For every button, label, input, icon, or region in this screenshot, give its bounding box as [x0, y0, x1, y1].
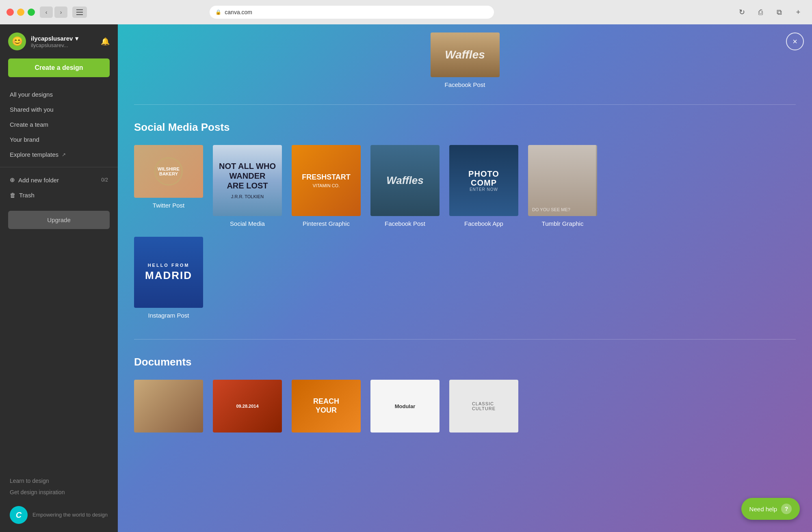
sidebar-item-shared[interactable]: Shared with you	[0, 102, 118, 117]
freshstart-text: FRESHSTARTVitamin Co.	[302, 173, 351, 188]
create-design-button[interactable]: Create a design	[8, 58, 110, 77]
doc-thumbnail-4: Modular	[370, 380, 440, 433]
sidebar-item-label: Explore templates	[10, 151, 58, 158]
browser-chrome: ‹ › 🔒 canva.com ↻ ⎙ ⧉ +	[0, 0, 812, 24]
instagram-post-label: Instagram Post	[148, 312, 189, 319]
facebook-post-thumbnail: Waffles	[370, 145, 440, 216]
back-button[interactable]: ‹	[40, 6, 53, 18]
duplicate-button[interactable]: ⧉	[772, 6, 787, 18]
sidebar-divider	[0, 167, 118, 167]
close-button[interactable]: ×	[786, 32, 804, 50]
nav-buttons: ‹ ›	[40, 6, 67, 18]
share-button[interactable]: ⎙	[754, 6, 768, 18]
tumblr-graphic-label: Tumblr Graphic	[542, 220, 584, 227]
main-content: × Waffles Facebook Post Social Media Pos…	[118, 24, 812, 532]
facebook-post-card[interactable]: Waffles Facebook Post	[370, 145, 440, 227]
documents-row: 09.28.2014 REACHYOUR Modular CLASSICCULT…	[134, 380, 796, 437]
forward-button[interactable]: ›	[54, 6, 67, 18]
doc-card-2[interactable]: 09.28.2014	[213, 380, 282, 437]
pinterest-graphic-card[interactable]: FRESHSTARTVitamin Co. Pinterest Graphic	[292, 145, 361, 227]
top-facebook-post-label: Facebook Post	[444, 81, 485, 88]
need-help-button[interactable]: Need help ?	[741, 498, 800, 520]
doc-card-4[interactable]: Modular	[370, 380, 440, 437]
sidebar-toggle-button[interactable]	[72, 6, 87, 18]
reload-button[interactable]: ↻	[735, 6, 749, 18]
tumblr-graphic-thumbnail: DO YOU SEE ME?	[528, 145, 597, 216]
social-media-section: Social Media Posts WilshireBakery Twitte…	[134, 121, 796, 319]
lock-icon: 🔒	[215, 9, 221, 15]
add-tab-button[interactable]: +	[791, 6, 806, 18]
sidebar-item-explore-templates[interactable]: Explore templates ↗	[0, 147, 118, 162]
tumblr-caption: DO YOU SEE ME?	[528, 145, 597, 216]
doc2-text: 09.28.2014	[233, 400, 262, 412]
trash-icon: 🗑	[10, 192, 16, 199]
mid-divider	[134, 339, 796, 340]
doc-card-1[interactable]	[134, 380, 203, 437]
top-facebook-post-thumbnail: Waffles	[431, 32, 500, 77]
facebook-app-thumbnail: PHOTOCOMP ENTER NOW	[449, 145, 518, 216]
svg-rect-2	[76, 14, 83, 15]
sidebar-item-label: Create a team	[10, 121, 48, 128]
svg-rect-0	[76, 9, 83, 10]
doc-card-3[interactable]: REACHYOUR	[292, 380, 361, 437]
pinterest-graphic-thumbnail: FRESHSTARTVitamin Co.	[292, 145, 361, 216]
documents-section: Documents 09.28.2014 REACHYOUR	[134, 356, 796, 437]
maximize-traffic-light[interactable]	[28, 9, 35, 16]
social-media-title: Social Media Posts	[134, 121, 796, 134]
twitter-post-card[interactable]: WilshireBakery Twitter Post	[134, 145, 203, 227]
facebook-app-card[interactable]: PHOTOCOMP ENTER NOW Facebook App	[449, 145, 518, 227]
get-design-inspiration-link[interactable]: Get design inspiration	[10, 487, 108, 498]
learn-to-design-link[interactable]: Learn to design	[10, 475, 108, 487]
notifications-bell-icon[interactable]: 🔔	[101, 37, 110, 46]
sidebar: 😊 ilycapslusarev ▾ ilycapslusarev... 🔔 C…	[0, 24, 118, 532]
avatar: 😊	[8, 32, 26, 50]
minimize-traffic-light[interactable]	[17, 9, 24, 16]
instagram-post-card[interactable]: HELLO FROM MADRID Instagram Post	[134, 237, 203, 319]
social-media-card[interactable]: NOT ALL WHOWANDERARE LOSTJ.R.R. TOLKIEN …	[213, 145, 282, 227]
twitter-post-label: Twitter Post	[153, 202, 184, 209]
sidebar-item-add-folder[interactable]: ⊕ Add new folder 0/2	[0, 172, 118, 188]
user-handle: ilycapslusarev...	[31, 42, 96, 48]
doc-thumbnail-3: REACHYOUR	[292, 380, 361, 433]
svg-rect-1	[76, 12, 83, 13]
upgrade-button[interactable]: Upgrade	[8, 211, 110, 229]
madrid-text: HELLO FROM MADRID	[145, 263, 192, 282]
top-facebook-post-section: Waffles Facebook Post	[134, 32, 796, 88]
close-traffic-light[interactable]	[6, 9, 14, 16]
social-media-label: Social Media	[230, 220, 265, 227]
user-area: 😊 ilycapslusarev ▾ ilycapslusarev... 🔔	[0, 32, 118, 58]
app-layout: 😊 ilycapslusarev ▾ ilycapslusarev... 🔔 C…	[0, 24, 812, 532]
traffic-lights	[6, 9, 35, 16]
photo-comp-text: PHOTOCOMP ENTER NOW	[468, 169, 499, 192]
twitter-post-thumbnail: WilshireBakery	[134, 145, 203, 198]
sidebar-item-label: Shared with you	[10, 106, 54, 113]
pinterest-graphic-label: Pinterest Graphic	[303, 220, 350, 227]
user-name: ilycapslusarev ▾	[31, 35, 96, 42]
tumblr-graphic-card[interactable]: DO YOU SEE ME? Tumblr Graphic	[528, 145, 597, 227]
dropdown-arrow-icon[interactable]: ▾	[75, 35, 78, 42]
add-folder-icon: ⊕	[10, 176, 15, 184]
doc-card-5[interactable]: CLASSICCULTURE	[449, 380, 518, 437]
help-icon: ?	[781, 504, 792, 514]
sidebar-item-trash[interactable]: 🗑 Trash	[0, 188, 118, 203]
sidebar-item-your-brand[interactable]: Your brand	[0, 132, 118, 147]
instagram-post-thumbnail: HELLO FROM MADRID	[134, 237, 203, 308]
user-info: ilycapslusarev ▾ ilycapslusarev...	[31, 35, 96, 48]
not-all-who-wander-text: NOT ALL WHOWANDERARE LOSTJ.R.R. TOLKIEN	[215, 157, 280, 204]
doc5-text: CLASSICCULTURE	[472, 401, 496, 411]
documents-title: Documents	[134, 356, 796, 368]
facebook-app-label: Facebook App	[464, 220, 503, 227]
social-media-row2: HELLO FROM MADRID Instagram Post	[134, 237, 796, 319]
trash-label: Trash	[19, 192, 35, 199]
sidebar-item-all-designs[interactable]: All your designs	[0, 87, 118, 102]
social-media-templates-row: WilshireBakery Twitter Post NOT ALL WHOW…	[134, 145, 796, 227]
top-facebook-post-card[interactable]: Waffles Facebook Post	[134, 32, 796, 88]
doc4-text: Modular	[395, 403, 416, 409]
sidebar-item-create-team[interactable]: Create a team	[0, 117, 118, 132]
tumblr-stripe	[596, 145, 597, 216]
url-text: canva.com	[225, 9, 252, 15]
canva-logo: C	[10, 506, 28, 524]
address-bar[interactable]: 🔒 canva.com	[210, 6, 494, 19]
doc-thumbnail-5: CLASSICCULTURE	[449, 380, 518, 433]
top-divider	[134, 104, 796, 105]
